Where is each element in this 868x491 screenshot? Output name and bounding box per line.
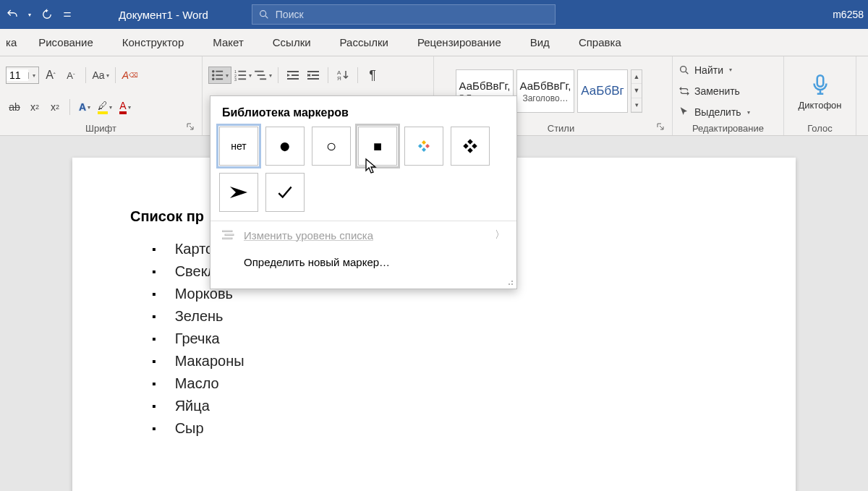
title-bar: ▾ Документ1 - Word Поиск m6258 <box>0 0 868 29</box>
clear-formatting-button[interactable]: A⌫ <box>122 67 139 84</box>
undo-dropdown[interactable]: ▾ <box>25 0 35 29</box>
styles-dialog-launcher[interactable] <box>655 121 666 132</box>
text-effects-button[interactable]: A▾ <box>76 98 93 116</box>
svg-rect-21 <box>312 74 319 76</box>
document-title: Документ1 - Word <box>119 9 208 21</box>
tab-drawing[interactable]: Рисование <box>24 29 108 56</box>
list-item[interactable]: Зелень <box>130 305 738 328</box>
superscript-button[interactable]: x2 <box>46 98 64 116</box>
bullet-library-popup: Библиотека маркеров нет ● ○ ■ Изменить у… <box>210 95 517 289</box>
tab-partial[interactable]: ка <box>3 29 24 56</box>
bullet-disc[interactable]: ● <box>265 127 305 166</box>
svg-point-1 <box>260 11 265 17</box>
tab-design[interactable]: Конструктор <box>108 29 199 56</box>
svg-rect-27 <box>222 231 232 232</box>
tab-review[interactable]: Рецензирование <box>403 29 516 56</box>
styles-expand[interactable]: ▾ <box>631 98 642 112</box>
bullet-none[interactable]: нет <box>219 127 258 166</box>
font-color-button[interactable]: A▾ <box>116 98 134 116</box>
list-item[interactable]: Масло <box>130 372 738 395</box>
group-font: ▾ Aˆ Aˇ Aa▾ A⌫ ab x2 x2 A▾ 🖊▾ A▾ Шрифт <box>0 56 203 135</box>
tab-mailings[interactable]: Рассылки <box>326 29 403 56</box>
svg-text:3: 3 <box>234 77 237 81</box>
svg-rect-17 <box>287 71 299 72</box>
bullet-check[interactable] <box>265 173 305 212</box>
highlight-button[interactable]: 🖊▾ <box>96 98 114 116</box>
group-voice: Диктофон Голос <box>784 56 856 135</box>
list-item[interactable]: Гречка <box>130 328 738 350</box>
svg-rect-9 <box>238 71 246 72</box>
svg-rect-13 <box>238 78 246 80</box>
style-title[interactable]: АаБбВг <box>577 69 628 113</box>
tab-help[interactable]: Справка <box>564 29 636 56</box>
numbering-button[interactable]: 123 ▾ <box>234 67 252 84</box>
svg-point-6 <box>212 78 215 81</box>
increase-indent-button[interactable] <box>305 67 322 84</box>
grow-font-button[interactable]: Aˆ <box>42 67 59 84</box>
bullet-4diamond[interactable] <box>404 127 443 166</box>
bullet-black-4diamond[interactable] <box>451 127 490 166</box>
bullets-button[interactable]: ▾ <box>208 67 231 84</box>
style-heading[interactable]: АаБбВвГг, Заголово… <box>516 69 574 113</box>
styles-scroll-up[interactable]: ▲ <box>631 70 642 84</box>
popup-resize-grip[interactable] <box>210 276 516 289</box>
svg-point-2 <box>212 70 215 73</box>
styles-scroll-down[interactable]: ▼ <box>631 84 642 98</box>
bullet-square[interactable]: ■ <box>358 127 397 166</box>
svg-point-32 <box>511 281 513 282</box>
list-item[interactable]: Яйца <box>130 395 738 417</box>
svg-point-30 <box>511 283 513 285</box>
multilevel-list-button[interactable]: ▾ <box>255 67 272 84</box>
replace-button[interactable]: Заменить <box>678 82 778 101</box>
strikethrough-button[interactable]: ab <box>6 98 23 116</box>
svg-point-31 <box>509 283 510 285</box>
font-size-input[interactable] <box>7 69 28 81</box>
tab-view[interactable]: Вид <box>516 29 564 56</box>
subscript-button[interactable]: x2 <box>26 98 43 116</box>
undo-button[interactable] <box>0 0 25 29</box>
popup-define-new[interactable]: Определить новый маркер… <box>210 249 516 276</box>
svg-text:Я: Я <box>337 75 341 81</box>
svg-rect-26 <box>817 75 823 87</box>
svg-rect-18 <box>292 74 299 76</box>
group-voice-label: Голос <box>790 123 850 134</box>
ribbon-tabs: ка Рисование Конструктор Макет Ссылки Ра… <box>0 29 868 56</box>
bullet-arrow[interactable] <box>219 173 258 212</box>
popup-change-level: Изменить уровень списка 〉 <box>210 221 516 249</box>
decrease-indent-button[interactable] <box>284 67 302 84</box>
svg-rect-7 <box>216 78 223 80</box>
repeat-button[interactable] <box>35 0 59 29</box>
tab-references[interactable]: Ссылки <box>258 29 326 56</box>
select-button[interactable]: Выделить▾ <box>678 103 778 121</box>
popup-title: Библиотека маркеров <box>210 96 516 127</box>
sort-button[interactable]: AЯ <box>334 67 352 84</box>
search-box[interactable]: Поиск <box>252 4 556 25</box>
list-item[interactable]: Сыр <box>130 417 738 440</box>
svg-rect-20 <box>307 71 319 72</box>
group-editing: Найти▾ Заменить Выделить▾ Редактирование <box>673 56 784 135</box>
svg-rect-3 <box>216 71 223 72</box>
svg-rect-19 <box>287 78 299 80</box>
replace-icon <box>678 85 690 97</box>
select-icon <box>678 106 690 118</box>
change-case-button[interactable]: Aa▾ <box>92 67 109 84</box>
bullet-circle[interactable]: ○ <box>312 127 351 166</box>
dictate-button[interactable]: Диктофон <box>790 72 850 111</box>
svg-rect-5 <box>216 74 223 76</box>
shrink-font-button[interactable]: Aˇ <box>62 67 80 84</box>
find-button[interactable]: Найти▾ <box>678 61 778 80</box>
list-item[interactable]: Макароны <box>130 350 738 372</box>
submenu-arrow-icon: 〉 <box>495 229 505 242</box>
svg-point-4 <box>212 74 215 77</box>
tab-layout[interactable]: Макет <box>198 29 258 56</box>
show-marks-button[interactable]: ¶ <box>364 67 381 84</box>
svg-rect-14 <box>255 71 263 72</box>
find-icon <box>678 64 690 76</box>
bullets-icon <box>211 69 224 81</box>
styles-scroll[interactable]: ▲ ▼ ▾ <box>631 69 642 113</box>
font-size-combo[interactable]: ▾ <box>6 67 39 84</box>
user-label: m6258 <box>833 9 864 20</box>
svg-rect-16 <box>260 78 266 80</box>
font-dialog-launcher[interactable] <box>184 121 196 132</box>
qat-customize[interactable] <box>59 0 75 29</box>
